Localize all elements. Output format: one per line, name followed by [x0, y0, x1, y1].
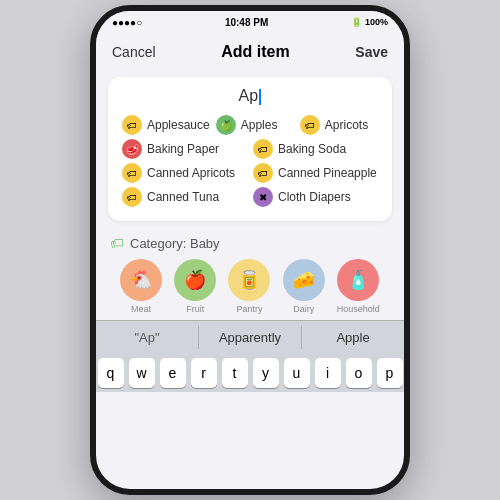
kb-suggestion-apple[interactable]: Apple — [302, 326, 404, 349]
suggestions-list: 🏷 Applesauce 🍏 Apples 🏷 Apricots 🥩 Bakin… — [122, 115, 378, 207]
category-dairy[interactable]: 🧀 Dairy — [283, 259, 325, 314]
suggestion-canned-pineapple[interactable]: 🏷 Canned Pineapple — [253, 163, 378, 183]
canned-apricots-icon: 🏷 — [122, 163, 142, 183]
key-q[interactable]: q — [98, 358, 124, 388]
household-label: Household — [337, 304, 380, 314]
suggestion-row-1: 🏷 Applesauce 🍏 Apples 🏷 Apricots — [122, 115, 378, 135]
search-input[interactable]: Ap — [239, 87, 262, 105]
cloth-diapers-label: Cloth Diapers — [278, 190, 351, 204]
key-u[interactable]: u — [284, 358, 310, 388]
category-meat[interactable]: 🐔 Meat — [120, 259, 162, 314]
fruit-circle: 🍎 — [174, 259, 216, 301]
key-p[interactable]: p — [377, 358, 403, 388]
key-e[interactable]: e — [160, 358, 186, 388]
kb-suggestion-apparently[interactable]: Apparently — [199, 326, 302, 349]
category-tag-icon: 🏷 — [110, 235, 124, 251]
keyboard: q w e r t y u i o p — [96, 354, 404, 392]
search-card: Ap 🏷 Applesauce 🍏 Apples 🏷 Apricots — [108, 77, 392, 221]
category-pantry[interactable]: 🥫 Pantry — [228, 259, 270, 314]
baking-soda-label: Baking Soda — [278, 142, 346, 156]
keyboard-row-1: q w e r t y u i o p — [100, 358, 400, 388]
suggestion-row-2: 🥩 Baking Paper 🏷 Baking Soda — [122, 139, 378, 159]
canned-tuna-label: Canned Tuna — [147, 190, 219, 204]
battery-icon: 🔋 — [351, 17, 362, 27]
dairy-label: Dairy — [293, 304, 314, 314]
category-label: Category: Baby — [130, 236, 220, 251]
apples-icon: 🍏 — [216, 115, 236, 135]
pantry-label: Pantry — [236, 304, 262, 314]
category-header: 🏷 Category: Baby — [110, 235, 390, 251]
suggestion-row-4: 🏷 Canned Tuna ✖ Cloth Diapers — [122, 187, 378, 207]
suggestion-applesauce[interactable]: 🏷 Applesauce — [122, 115, 210, 135]
status-bar: ●●●●○ 10:48 PM 🔋 100% — [96, 11, 404, 33]
canned-apricots-label: Canned Apricots — [147, 166, 235, 180]
baking-paper-icon: 🥩 — [122, 139, 142, 159]
suggestion-canned-apricots[interactable]: 🏷 Canned Apricots — [122, 163, 247, 183]
fruit-label: Fruit — [186, 304, 204, 314]
battery-area: 🔋 100% — [351, 17, 388, 27]
signal-icons: ●●●●○ — [112, 17, 142, 28]
kb-suggestion-ap[interactable]: "Ap" — [96, 326, 199, 349]
page-title: Add item — [221, 43, 289, 61]
keyboard-suggestions-bar: "Ap" Apparently Apple — [96, 320, 404, 354]
applesauce-label: Applesauce — [147, 118, 210, 132]
applesauce-icon: 🏷 — [122, 115, 142, 135]
save-button[interactable]: Save — [355, 44, 388, 60]
category-circles: 🐔 Meat 🍎 Fruit 🥫 Pantry 🧀 Dairy 🧴 Househ… — [110, 259, 390, 314]
suggestion-baking-paper[interactable]: 🥩 Baking Paper — [122, 139, 247, 159]
nav-bar: Cancel Add item Save — [96, 33, 404, 71]
suggestion-row-3: 🏷 Canned Apricots 🏷 Canned Pineapple — [122, 163, 378, 183]
battery-percent: 100% — [365, 17, 388, 27]
apples-label: Apples — [241, 118, 278, 132]
key-t[interactable]: t — [222, 358, 248, 388]
text-cursor — [259, 89, 261, 105]
baking-soda-icon: 🏷 — [253, 139, 273, 159]
cloth-diapers-icon: ✖ — [253, 187, 273, 207]
canned-pineapple-icon: 🏷 — [253, 163, 273, 183]
suggestion-canned-tuna[interactable]: 🏷 Canned Tuna — [122, 187, 247, 207]
suggestion-cloth-diapers[interactable]: ✖ Cloth Diapers — [253, 187, 378, 207]
signal-bars: ●●●●○ — [112, 17, 142, 28]
key-w[interactable]: w — [129, 358, 155, 388]
category-fruit[interactable]: 🍎 Fruit — [174, 259, 216, 314]
canned-tuna-icon: 🏷 — [122, 187, 142, 207]
key-o[interactable]: o — [346, 358, 372, 388]
suggestion-baking-soda[interactable]: 🏷 Baking Soda — [253, 139, 378, 159]
key-i[interactable]: i — [315, 358, 341, 388]
category-household[interactable]: 🧴 Household — [337, 259, 380, 314]
search-input-row: Ap — [122, 87, 378, 105]
meat-circle: 🐔 — [120, 259, 162, 301]
key-r[interactable]: r — [191, 358, 217, 388]
apricots-icon: 🏷 — [300, 115, 320, 135]
suggestion-apples[interactable]: 🍏 Apples — [216, 115, 294, 135]
apricots-label: Apricots — [325, 118, 368, 132]
baking-paper-label: Baking Paper — [147, 142, 219, 156]
dairy-circle: 🧀 — [283, 259, 325, 301]
pantry-circle: 🥫 — [228, 259, 270, 301]
category-section: 🏷 Category: Baby 🐔 Meat 🍎 Fruit 🥫 Pantry… — [96, 227, 404, 320]
suggestion-apricots[interactable]: 🏷 Apricots — [300, 115, 378, 135]
phone-frame: ●●●●○ 10:48 PM 🔋 100% Cancel Add item Sa… — [90, 5, 410, 495]
cancel-button[interactable]: Cancel — [112, 44, 156, 60]
key-y[interactable]: y — [253, 358, 279, 388]
canned-pineapple-label: Canned Pineapple — [278, 166, 377, 180]
meat-label: Meat — [131, 304, 151, 314]
clock: 10:48 PM — [225, 17, 268, 28]
household-circle: 🧴 — [337, 259, 379, 301]
